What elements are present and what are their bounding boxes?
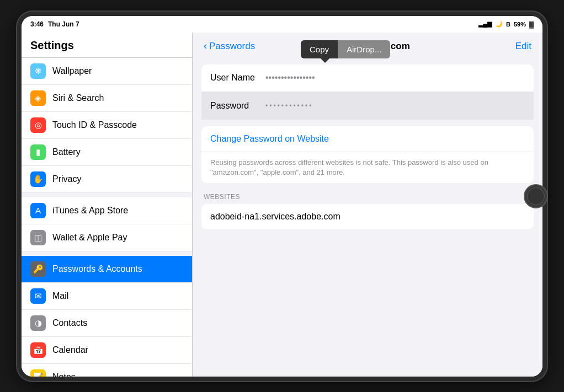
sidebar-item-battery[interactable]: ▮Battery (22, 139, 192, 166)
copy-tooltip: Copy AirDrop... (301, 40, 390, 58)
sidebar-item-touch-id[interactable]: ◎Touch ID & Passcode (22, 112, 192, 139)
sidebar-section: ❋Wallpaper◈Siri & Search◎Touch ID & Pass… (22, 58, 192, 377)
sidebar-item-passwords[interactable]: 🔑Passwords & Accounts (22, 251, 192, 283)
sidebar-label-battery: Battery (52, 147, 81, 157)
wifi-icon: ▂▄▆ (478, 20, 492, 28)
back-label: Passwords (209, 41, 255, 52)
sidebar-item-privacy[interactable]: ✋Privacy (22, 166, 192, 193)
passwords-icon: 🔑 (30, 261, 46, 277)
airdrop-button[interactable]: AirDrop... (338, 40, 390, 58)
sidebar-label-wallet: Wallet & Apple Pay (52, 233, 127, 243)
sidebar-item-mail[interactable]: ✉Mail (22, 283, 192, 310)
home-button[interactable] (524, 184, 548, 208)
sidebar-label-mail: Mail (52, 291, 68, 301)
edit-button[interactable]: Edit (515, 41, 531, 52)
device-frame: 3:46 Thu Jun 7 ▂▄▆ 🌙 B 59% ▓ Settings ❋W… (17, 12, 547, 381)
status-right: ▂▄▆ 🌙 B 59% ▓ (478, 20, 534, 28)
status-time: 3:46 (30, 20, 44, 28)
sidebar-label-notes: Notes (52, 372, 76, 377)
wallet-icon: ◫ (30, 230, 46, 245)
password-row[interactable]: Password •••••••••••• (201, 92, 534, 120)
home-button-inner (527, 187, 545, 205)
sidebar-item-itunes[interactable]: AiTunes & App Store (22, 193, 192, 224)
sidebar-item-calendar[interactable]: 📅Calendar (22, 337, 192, 364)
screen: 3:46 Thu Jun 7 ▂▄▆ 🌙 B 59% ▓ Settings ❋W… (22, 16, 542, 377)
copy-button[interactable]: Copy (301, 40, 338, 58)
touch-id-icon: ◎ (30, 117, 46, 133)
sidebar-label-calendar: Calendar (52, 345, 88, 355)
sidebar-item-notes[interactable]: 📝Notes (22, 364, 192, 377)
moon-icon: 🌙 (495, 20, 503, 28)
sidebar-label-touch-id: Touch ID & Passcode (52, 120, 137, 130)
sidebar-label-passwords: Passwords & Accounts (52, 264, 142, 274)
status-left: 3:46 Thu Jun 7 (30, 20, 79, 28)
sidebar-label-contacts: Contacts (52, 318, 87, 328)
siri-search-icon: ◈ (30, 90, 46, 106)
username-label: User Name (210, 73, 265, 83)
mail-icon: ✉ (30, 288, 46, 304)
bluetooth-icon: B (506, 21, 510, 28)
sidebar-item-wallpaper[interactable]: ❋Wallpaper (22, 58, 192, 85)
calendar-icon: 📅 (30, 342, 46, 358)
sidebar: Settings ❋Wallpaper◈Siri & Search◎Touch … (22, 33, 193, 377)
status-bar: 3:46 Thu Jun 7 ▂▄▆ 🌙 B 59% ▓ (22, 16, 542, 33)
password-label: Password (210, 101, 265, 111)
content-area: ‹ Passwords adobe.com Edit User Name •••… (193, 33, 542, 377)
privacy-icon: ✋ (30, 171, 46, 187)
password-value: •••••••••••• (265, 102, 525, 110)
itunes-icon: A (30, 203, 46, 218)
wallpaper-icon: ❋ (30, 63, 46, 79)
sidebar-label-itunes: iTunes & App Store (52, 206, 128, 216)
back-chevron-icon: ‹ (204, 40, 207, 52)
credentials-form: User Name •••••••••••••••• Copy AirDrop.… (201, 65, 534, 120)
websites-header: WEBSITES (201, 190, 534, 204)
website-row[interactable]: adobeid-na1.services.adobe.com (201, 204, 534, 229)
sidebar-label-siri-search: Siri & Search (52, 93, 104, 103)
warning-text: Reusing passwords across different websi… (201, 152, 534, 183)
link-section: Change Password on Website Reusing passw… (201, 126, 534, 183)
sidebar-label-wallpaper: Wallpaper (52, 66, 92, 76)
change-password-link[interactable]: Change Password on Website (201, 126, 534, 152)
battery-percent: 59% (514, 21, 526, 28)
notes-icon: 📝 (30, 369, 46, 377)
battery-icon: ▮ (30, 144, 46, 160)
contacts-icon: ◑ (30, 315, 46, 331)
sidebar-label-privacy: Privacy (52, 174, 81, 184)
sidebar-item-wallet[interactable]: ◫Wallet & Apple Pay (22, 224, 192, 251)
username-value: •••••••••••••••• (265, 73, 525, 83)
back-button[interactable]: ‹ Passwords (204, 40, 255, 52)
websites-list: adobeid-na1.services.adobe.com (201, 204, 534, 229)
sidebar-item-siri-search[interactable]: ◈Siri & Search (22, 85, 192, 112)
main-layout: Settings ❋Wallpaper◈Siri & Search◎Touch … (22, 33, 542, 377)
username-row[interactable]: User Name •••••••••••••••• Copy AirDrop.… (201, 65, 534, 92)
battery-icon: ▓ (529, 21, 534, 28)
sidebar-item-contacts[interactable]: ◑Contacts (22, 310, 192, 337)
tooltip-arrow (321, 58, 329, 63)
websites-section: WEBSITES adobeid-na1.services.adobe.com (201, 190, 534, 229)
status-date: Thu Jun 7 (48, 20, 79, 28)
sidebar-title: Settings (22, 33, 192, 58)
